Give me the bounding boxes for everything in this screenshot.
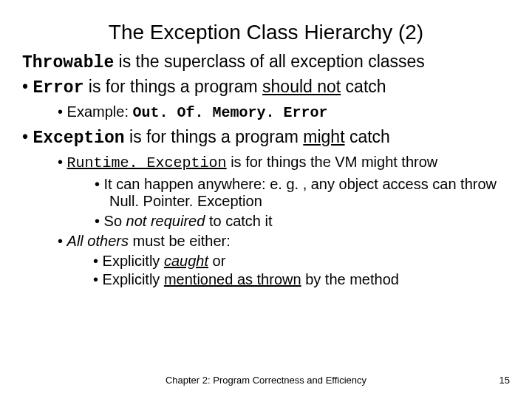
bullet-example: Example: Out. Of. Memory. Error [58,103,510,121]
text: or [208,253,225,269]
bullet-all-others: All others must be either: Explicitly ca… [58,233,510,288]
code-throwable: Throwable [22,53,114,72]
code-runtime-exception: Runtime. Exception [67,154,227,171]
italic-all-others: All others [67,233,129,249]
text: is for things a program [125,127,304,146]
footer-text: Chapter 2: Program Correctness and Effic… [0,375,532,386]
bullet-error: Error is for things a program should not… [22,77,510,121]
text: must be either: [129,233,231,249]
code-exception: Exception [33,129,124,148]
bullet-exception: Exception is for things a program might … [22,127,510,288]
text: catch [345,127,390,146]
bullet-caught: Explicitly caught or [93,253,510,270]
page-number: 15 [499,375,510,386]
underline-mentioned: mentioned as thrown [164,271,301,287]
intro-text: is the superclass of all exception class… [114,52,425,71]
bullet-list: Error is for things a program should not… [22,77,510,288]
example-label: Example: [67,103,133,120]
bullet-mentioned: Explicitly mentioned as thrown by the me… [93,271,510,288]
underline-caught: caught [164,253,208,269]
code-error: Error [33,78,83,98]
underline-might: might [303,127,344,146]
bullet-anywhere: It can happen anywhere: e. g. , any obje… [95,176,510,210]
italic-not-required: not required [126,213,205,229]
text: is for things the VM might throw [227,154,438,170]
underline-should-not: should not [262,77,341,96]
code-oom: Out. Of. Memory. Error [133,104,328,121]
text: Explicitly [103,253,164,269]
slide-title: The Exception Class Hierarchy (2) [22,21,510,44]
text: So [104,213,126,229]
text: is for things a program [83,77,262,96]
intro-line: Throwable is the superclass of all excep… [22,52,510,72]
bullet-runtime-exception: Runtime. Exception is for things the VM … [58,154,510,230]
text: catch [341,77,386,96]
text: Explicitly [103,271,164,287]
bullet-not-required: So not required to catch it [95,213,510,230]
text: by the method [301,271,399,287]
text: to catch it [205,213,272,229]
